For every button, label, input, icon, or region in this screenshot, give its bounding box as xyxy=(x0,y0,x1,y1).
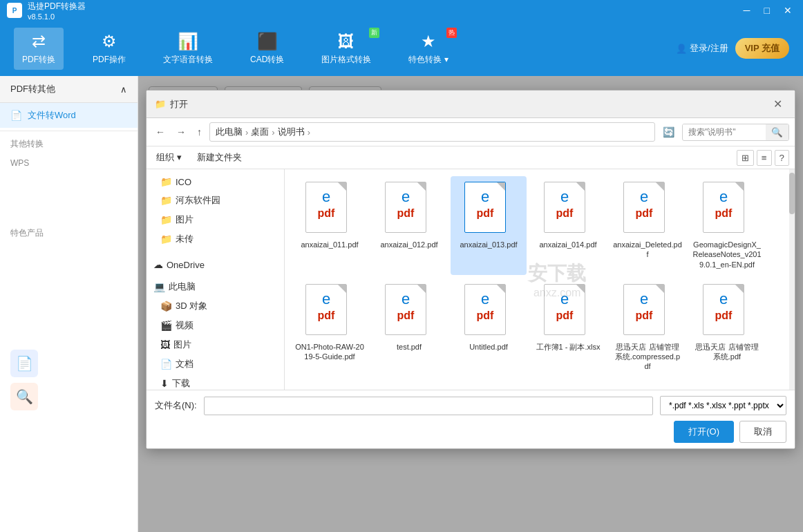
tree-item-video[interactable]: 🎬 视频 xyxy=(147,316,284,335)
user-icon: 👤 xyxy=(676,44,687,54)
file-grid[interactable]: e pdf anxaizai_011.pdf e xyxy=(285,169,795,390)
dialog-close-button[interactable]: ✕ xyxy=(769,96,786,112)
pdf-ops-icon: ⚙ xyxy=(102,32,117,51)
content-area: + 添加文件 + 添加文件夹 🗑 清空列表 📁 打开 xyxy=(138,76,803,532)
file-item-selected[interactable]: e pdf anxaizai_013.pdf xyxy=(451,176,527,275)
pdf-file-icon: e pdf xyxy=(544,284,592,339)
toolbar-image-convert[interactable]: 新 🖼 图片格式转换 xyxy=(313,28,379,70)
search-box: 🔍 xyxy=(682,124,789,141)
tree-item-docs[interactable]: 📄 文档 xyxy=(147,354,284,374)
sidebar-divider-1 xyxy=(0,131,138,131)
filename-input[interactable] xyxy=(204,397,653,415)
cancel-button[interactable]: 取消 xyxy=(739,421,786,443)
file-item[interactable]: e pdf 工作簿1 - 副本.xlsx xyxy=(530,278,606,377)
tree-item-3d[interactable]: 📦 3D 对象 xyxy=(147,296,284,316)
view-grid-button[interactable]: ⊞ xyxy=(737,150,754,166)
ocr-icon[interactable]: 🔍 xyxy=(10,383,38,410)
sidebar-section-special: 特色产品 xyxy=(0,172,138,243)
tree-item-weichuan[interactable]: 📁 未传 xyxy=(147,229,284,249)
file-item[interactable]: e pdf Untitled.pdf xyxy=(451,278,527,377)
pdf-file-icon: e pdf xyxy=(703,182,751,237)
cad-convert-icon: ⬛ xyxy=(257,32,278,51)
file-item[interactable]: e pdf test.pdf xyxy=(371,278,447,377)
folder-icon-3: 📁 xyxy=(160,214,172,225)
pdf-special-icon[interactable]: 📄 xyxy=(10,350,38,377)
toolbar-cad-convert[interactable]: ⬛ CAD转换 xyxy=(242,28,292,70)
main-layout: PDF转其他 ∧ 📄 文件转Word 其他转换 WPS 特色产品 📄 🔍 + 添… xyxy=(0,76,803,532)
new-badge: 新 xyxy=(369,28,379,38)
organize-button[interactable]: 组织 ▾ xyxy=(152,149,186,166)
tree-item-thispc[interactable]: 💻 此电脑 xyxy=(147,277,284,296)
nav-back-button[interactable]: ← xyxy=(152,125,169,139)
maximize-button[interactable]: □ xyxy=(760,3,774,17)
sidebar-header: PDF转其他 ∧ xyxy=(0,76,138,103)
dialog-title-bar: 📁 打开 ✕ xyxy=(147,91,795,118)
vip-button[interactable]: VIP 充值 xyxy=(735,38,789,59)
window-controls: ─ □ ✕ xyxy=(739,3,796,17)
file-item[interactable]: e pdf ON1-Photo-RAW-2019-5-Guide.pdf xyxy=(292,278,368,377)
pictures-icon: 🖼 xyxy=(160,339,170,350)
open-button[interactable]: 打开(O) xyxy=(674,421,734,443)
view-list-button[interactable]: ≡ xyxy=(757,150,772,166)
open-file-dialog: 📁 打开 ✕ ← → ↑ 此电脑 › 桌面 › 说明书 xyxy=(146,90,795,449)
tree-item-pictures[interactable]: 🖼 图片 xyxy=(147,335,284,354)
folder-icon-2: 📁 xyxy=(160,195,172,206)
hot-badge: 热 xyxy=(446,28,457,38)
pdf-file-icon: e pdf xyxy=(623,182,672,237)
tree-item-ico[interactable]: 📁 ICO xyxy=(147,173,284,191)
refresh-button[interactable]: 🔄 xyxy=(659,125,678,139)
scrollbar-track xyxy=(789,169,795,390)
file-item[interactable]: e pdf GeomagicDesignX_ReleaseNotes_v2019… xyxy=(689,176,765,275)
scrollbar-thumb[interactable] xyxy=(789,173,795,214)
file-item[interactable]: e pdf anxaizai_014.pdf xyxy=(530,176,606,275)
tree-item-downloads[interactable]: ⬇ 下载 xyxy=(147,374,284,390)
text-audio-icon: 📊 xyxy=(178,32,198,51)
onedrive-icon: ☁ xyxy=(153,259,163,270)
toolbar-text-audio[interactable]: 📊 文字语音转换 xyxy=(155,28,221,70)
dialog-title-icon: 📁 xyxy=(155,99,166,109)
title-left: P 迅捷PDF转换器 v8.5.1.0 xyxy=(7,1,86,21)
minimize-button[interactable]: ─ xyxy=(739,3,755,17)
toolbar-pdf-convert[interactable]: ⇄ PDF转换 xyxy=(14,28,64,70)
toolbar-special-convert[interactable]: 热 ★ 特色转换 ▾ xyxy=(400,28,456,70)
filetype-select[interactable]: *.pdf *.xls *.xlsx *.ppt *.pptx xyxy=(660,396,786,415)
title-bar: P 迅捷PDF转换器 v8.5.1.0 ─ □ ✕ xyxy=(0,0,803,21)
new-folder-button[interactable]: 新建文件夹 xyxy=(191,149,247,166)
file-item[interactable]: e pdf anxaizai_012.pdf xyxy=(371,176,447,275)
pdf-file-icon: e pdf xyxy=(385,284,433,339)
view-help-button[interactable]: ? xyxy=(775,150,789,166)
file-item[interactable]: e pdf anxaizai_011.pdf xyxy=(292,176,368,275)
close-button[interactable]: ✕ xyxy=(780,3,796,17)
image-convert-icon: 🖼 xyxy=(338,32,355,51)
file-item[interactable]: e pdf 思迅天店 店铺管理系统.compressed.pdf xyxy=(610,278,686,377)
nav-up-button[interactable]: ↑ xyxy=(193,125,205,139)
filename-row: 文件名(N): *.pdf *.xls *.xlsx *.ppt *.pptx xyxy=(155,396,786,415)
address-path[interactable]: 此电脑 › 桌面 › 说明书 › xyxy=(209,122,655,142)
login-button[interactable]: 👤 登录/注册 xyxy=(676,42,728,55)
computer-icon: 💻 xyxy=(153,281,165,292)
dialog-overlay: 📁 打开 ✕ ← → ↑ 此电脑 › 桌面 › 说明书 xyxy=(138,76,803,532)
pdf-file-icon: e pdf xyxy=(305,284,354,339)
dialog-title-text: 打开 xyxy=(170,98,188,111)
main-toolbar: ⇄ PDF转换 ⚙ PDF操作 📊 文字语音转换 ⬛ CAD转换 新 🖼 图片格… xyxy=(0,21,803,76)
tree-item-onedrive[interactable]: ☁ OneDrive xyxy=(147,256,284,274)
sidebar: PDF转其他 ∧ 📄 文件转Word 其他转换 WPS 特色产品 📄 🔍 xyxy=(0,76,138,532)
pdf-file-icon: e pdf xyxy=(703,284,751,339)
sidebar-section-wps: WPS xyxy=(0,154,138,172)
nav-tree: 📁 ICO 📁 河东软件园 📁 图片 📁 xyxy=(147,169,285,390)
nav-forward-button[interactable]: → xyxy=(173,125,189,139)
path-folder: 说明书 xyxy=(278,126,305,138)
folder-icon: 📁 xyxy=(160,176,172,187)
collapse-icon[interactable]: ∧ xyxy=(120,84,127,95)
dialog-toolbar: 组织 ▾ 新建文件夹 ⊞ ≡ ? xyxy=(147,146,795,169)
sidebar-section-other: 其他转换 xyxy=(0,134,138,154)
sidebar-item-word[interactable]: 📄 文件转Word xyxy=(0,103,138,128)
file-item[interactable]: e pdf 思迅天店 店铺管理系统.pdf xyxy=(689,278,765,377)
file-item[interactable]: e pdf anxaizai_Deleted.pdf xyxy=(610,176,686,275)
tree-item-images[interactable]: 📁 图片 xyxy=(147,210,284,229)
3d-icon: 📦 xyxy=(160,301,172,312)
toolbar-pdf-ops[interactable]: ⚙ PDF操作 xyxy=(84,28,134,70)
search-input[interactable] xyxy=(683,124,766,140)
tree-item-hedong[interactable]: 📁 河东软件园 xyxy=(147,191,284,210)
search-button[interactable]: 🔍 xyxy=(766,124,788,140)
